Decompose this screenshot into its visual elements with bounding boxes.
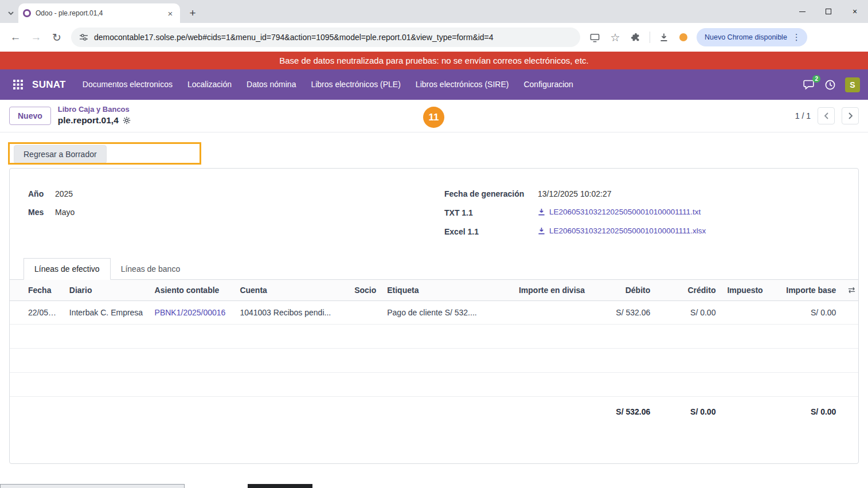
nav-item-configuracion[interactable]: Configuracion — [516, 69, 580, 100]
browser-toolbar: ← → ↻ democontable17.solse.pe/web#cids=1… — [0, 23, 868, 52]
activities-clock-icon[interactable] — [824, 79, 836, 91]
browser-menu-icon[interactable]: ⋮ — [789, 32, 804, 42]
nav-item-libros-sire[interactable]: Libros electrónicos (SIRE) — [408, 69, 517, 100]
column-header[interactable]: Importe base — [767, 280, 842, 301]
field-group-right: Fecha de generación 13/12/2025 10:02:27 … — [444, 189, 844, 245]
column-header[interactable]: Fecha — [10, 280, 64, 301]
excel-file-name: LE2060531032120250500010100001111.xlsx — [549, 227, 706, 235]
total-credito: S/ 0.00 — [656, 397, 721, 426]
nav-item-documentos-electronicos[interactable]: Documentos electronicos — [75, 69, 180, 100]
year-value: 2025 — [55, 189, 73, 198]
new-tab-button[interactable]: + — [185, 5, 201, 21]
apps-grid-icon[interactable] — [8, 75, 28, 95]
taskbar-fragment-left — [0, 484, 185, 488]
tab-search-chevron-icon[interactable] — [3, 3, 18, 23]
maximize-button[interactable] — [815, 0, 842, 23]
user-avatar[interactable]: S — [845, 77, 860, 92]
column-header[interactable]: Etiqueta — [381, 280, 502, 301]
browser-tab-strip: Odoo - ple.report.01,4 × + × — [0, 0, 868, 23]
bookmark-star-icon[interactable]: ☆ — [605, 28, 625, 47]
reload-button[interactable]: ↻ — [47, 28, 67, 47]
pager-previous-button[interactable] — [818, 107, 835, 124]
notebook-tabs: Líneas de efectivo Líneas de banco — [10, 258, 858, 280]
txt-file-name: LE2060531032120250500010100001111.txt — [549, 208, 701, 216]
column-header[interactable]: Diario — [64, 280, 149, 301]
nav-item-libros-ple[interactable]: Libros electrónicos (PLE) — [303, 69, 408, 100]
month-value: Mayo — [55, 208, 75, 217]
cell-importe-base[interactable]: S/ 0.00 — [767, 301, 842, 325]
cash-lines-table: Fecha Diario Asiento contable Cuenta Soc… — [10, 280, 858, 425]
excel-label: Excel 1.1 — [444, 227, 538, 236]
back-button[interactable]: ← — [6, 28, 25, 47]
totals-row: S/ 532.06 S/ 0.00 S/ 0.00 — [10, 397, 858, 426]
column-header[interactable]: Socio — [349, 280, 381, 301]
cell-diario[interactable]: Interbak C. Empresa — [64, 301, 149, 325]
column-header[interactable]: Impuesto — [721, 280, 767, 301]
minimize-button[interactable] — [789, 0, 815, 23]
close-window-button[interactable]: × — [842, 0, 868, 23]
new-record-button[interactable]: Nuevo — [9, 107, 51, 125]
empty-row — [10, 325, 858, 349]
cell-socio[interactable] — [349, 301, 381, 325]
table-header-row: Fecha Diario Asiento contable Cuenta Soc… — [10, 280, 858, 301]
cell-etiqueta[interactable]: Pago de cliente S/ 532.... — [381, 301, 502, 325]
messages-button[interactable]: 2 — [803, 79, 815, 90]
send-to-device-icon[interactable] — [585, 28, 604, 47]
download-file-icon — [538, 208, 545, 216]
txt-download-link[interactable]: LE2060531032120250500010100001111.txt — [538, 208, 701, 216]
browser-tab[interactable]: Odoo - ple.report.01,4 × — [18, 3, 180, 23]
messages-count-badge: 2 — [812, 75, 820, 83]
txt-label: TXT 1.1 — [444, 208, 538, 217]
tab-lineas-de-banco[interactable]: Líneas de banco — [111, 259, 191, 279]
form-statusbar: Regresar a Borrador — [0, 132, 868, 166]
close-tab-icon[interactable]: × — [165, 9, 175, 18]
cell-debito[interactable]: S/ 532.06 — [591, 301, 656, 325]
tab-title: Odoo - ple.report.01,4 — [36, 9, 161, 17]
column-header[interactable]: Débito — [591, 280, 656, 301]
field-groups: Año 2025 Mes Mayo Fecha de generación 13… — [10, 169, 858, 245]
breadcrumb: Libro Caja y Bancos ple.report.01,4 — [58, 105, 131, 126]
address-bar[interactable]: democontable17.solse.pe/web#cids=1&menu_… — [71, 28, 580, 47]
column-header[interactable]: Crédito — [656, 280, 721, 301]
table-row[interactable]: 22/05/2025 Interbak C. Empresa PBNK1/202… — [10, 301, 858, 325]
site-info-icon[interactable] — [79, 33, 88, 42]
nav-item-localizacion[interactable]: Localización — [180, 69, 239, 100]
tab-lineas-de-efectivo[interactable]: Líneas de efectivo — [24, 258, 111, 280]
field-group-left: Año 2025 Mes Mayo — [28, 189, 444, 245]
record-actions-gear-icon[interactable] — [123, 116, 131, 124]
breadcrumb-parent-link[interactable]: Libro Caja y Bancos — [58, 105, 131, 115]
annotation-step-marker: 11 — [423, 107, 444, 128]
downloads-icon[interactable] — [654, 28, 674, 47]
generation-date-value: 13/12/2025 10:02:27 — [538, 189, 611, 198]
forward-button[interactable]: → — [26, 28, 46, 47]
empty-row — [10, 373, 858, 397]
total-debito: S/ 532.06 — [591, 397, 656, 426]
url-text: democontable17.solse.pe/web#cids=1&menu_… — [94, 33, 494, 42]
cell-importe-divisa[interactable] — [502, 301, 591, 325]
excel-download-link[interactable]: LE2060531032120250500010100001111.xlsx — [538, 227, 706, 235]
cell-cuenta[interactable]: 1041003 Recibos pendi... — [234, 301, 349, 325]
column-header[interactable]: Importe en divisa — [502, 280, 591, 301]
chrome-update-label: Nuevo Chrome disponible — [705, 33, 787, 41]
back-to-draft-button[interactable]: Regresar a Borrador — [14, 145, 107, 163]
toggle-columns-icon[interactable] — [842, 280, 858, 301]
extension-badge-icon[interactable] — [679, 33, 687, 41]
pager-next-button[interactable] — [842, 107, 859, 124]
column-header[interactable]: Asiento contable — [149, 280, 234, 301]
odoo-favicon-icon — [23, 9, 31, 17]
navbar-right: 2 S — [803, 77, 860, 92]
record-pager: 1 / 1 — [795, 107, 859, 124]
cell-impuesto[interactable] — [721, 301, 767, 325]
cell-fecha[interactable]: 22/05/2025 — [10, 301, 64, 325]
column-header[interactable]: Cuenta — [234, 280, 349, 301]
form-sheet: Año 2025 Mes Mayo Fecha de generación 13… — [9, 168, 859, 464]
app-brand[interactable]: SUNAT — [32, 79, 66, 91]
chrome-update-button[interactable]: Nuevo Chrome disponible ⋮ — [697, 28, 807, 46]
year-label: Año — [28, 189, 55, 198]
cell-credito[interactable]: S/ 0.00 — [656, 301, 721, 325]
odoo-navbar: SUNAT Documentos electronicos Localizaci… — [0, 69, 868, 100]
nav-item-datos-nomina[interactable]: Datos nómina — [239, 69, 303, 100]
window-controls: × — [789, 0, 868, 23]
extensions-puzzle-icon[interactable] — [626, 28, 646, 47]
cell-asiento-link[interactable]: PBNK1/2025/00016 — [149, 301, 234, 325]
